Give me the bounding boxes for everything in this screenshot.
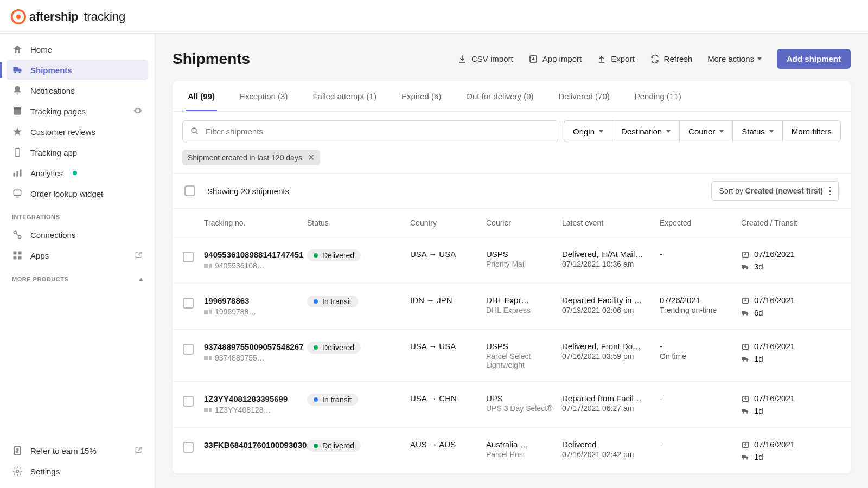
filter-chip-created-120d: Shipment created in last 120 days ✕ [182,150,320,165]
svg-point-2 [14,72,16,73]
created-icon [741,440,750,449]
row-checkbox[interactable] [183,442,194,453]
preview-icon[interactable] [133,106,143,117]
latest-event: Departed Facility in … [562,296,660,305]
transit-duration: 3d [741,262,828,271]
expected-note: Trending on-time [660,306,741,314]
row-checkbox[interactable] [183,298,194,309]
sidebar-item-label: Tracking app [30,148,77,157]
tab-all[interactable]: All (99) [186,81,217,111]
filter-courier[interactable]: Courier [679,120,732,142]
csv-import-button[interactable]: CSV import [457,54,513,64]
created-icon [741,250,750,259]
col-created: Created / Transit [741,219,828,227]
external-link-icon [134,251,143,261]
add-shipment-button[interactable]: Add shipment [777,49,851,69]
export-button[interactable]: Export [597,54,634,64]
chevron-down-icon [769,130,774,133]
app-header: aftership tracking [0,0,868,34]
table-row[interactable]: 33FKB68401760100093030 Delivered AUS → A… [173,428,851,474]
chevron-down-icon [599,130,603,133]
shipments-card: All (99) Exception (3) Failed attempt (1… [173,81,851,474]
tracking-sub: 1Z3YY408128… [204,406,307,414]
tab-out-for-delivery[interactable]: Out for delivery (0) [464,81,535,111]
filter-destination[interactable]: Destination [612,120,679,142]
sidebar-item-analytics[interactable]: Analytics [7,163,148,183]
expected-date: - [660,342,741,351]
sidebar-item-connections[interactable]: Connections [7,224,148,245]
row-checkbox[interactable] [183,396,194,407]
sidebar-item-customer-reviews[interactable]: Customer reviews [7,121,148,142]
sidebar-item-apps[interactable]: Apps [7,245,148,266]
col-courier: Courier [486,219,562,227]
sidebar-item-notifications[interactable]: Notifications [7,80,148,101]
tab-pending[interactable]: Pending (11) [633,81,684,111]
main-content: Shipments CSV import App import Export R… [155,34,868,488]
courier-name: DHL Expr… [486,296,562,305]
tab-failed[interactable]: Failed attempt (1) [310,81,379,111]
expected-date: - [660,440,741,449]
event-time: 07/17/2021 06:27 am [562,404,660,413]
page-title: Shipments [173,50,250,68]
sidebar-item-settings[interactable]: Settings [7,461,148,481]
table-row[interactable]: 1996978863 19969788… In transit IDN → JP… [173,284,851,330]
expected-note: On time [660,352,741,361]
sort-button[interactable]: Sort by Created (newest first) [711,181,839,201]
svg-point-3 [19,72,21,73]
filter-shipments-input[interactable] [182,120,558,142]
created-date: 07/16/2021 [741,249,828,259]
sidebar-item-tracking-app[interactable]: Tracking app [7,142,148,163]
mobile-icon [12,147,23,158]
filter-status[interactable]: Status [732,120,782,142]
section-more-products[interactable]: MORE PRODUCTS ▴ [0,266,155,287]
created-date: 07/16/2021 [741,440,828,449]
row-checkbox[interactable] [183,252,194,262]
app-import-button[interactable]: App import [528,54,582,64]
event-time: 07/19/2021 02:06 pm [562,306,660,314]
truck-small-icon [741,355,750,363]
brand-product: tracking [84,10,125,24]
courier-service: UPS 3 Day Select® [486,404,562,413]
transit-duration: 1d [741,406,828,415]
page-icon [12,106,23,117]
col-status: Status [307,219,410,227]
table-header: Tracking no. Status Country Courier Late… [173,209,851,237]
col-expected: Expected [660,219,741,227]
caret-up-icon: ▴ [139,275,143,282]
truck-small-icon [741,407,750,415]
sidebar-item-label: Settings [30,467,60,476]
table-row[interactable]: 9374889755009057548267 9374889755… Deliv… [173,330,851,382]
tab-delivered[interactable]: Delivered (70) [557,81,612,111]
sidebar-item-label: Apps [30,251,49,260]
cell-country: USA → CHN [410,394,486,403]
transit-duration: 6d [741,308,828,317]
courier-name: USPS [486,342,562,351]
sidebar-item-shipments[interactable]: Shipments [7,60,148,80]
table-row[interactable]: 9405536108988141747451 9405536108… Deliv… [173,237,851,284]
filter-origin[interactable]: Origin [564,120,612,142]
chip-remove-icon[interactable]: ✕ [308,152,315,163]
courier-service: Parcel Post [486,450,562,459]
status-badge: In transit [307,394,358,406]
truck-small-icon [741,453,750,461]
sidebar-item-label: Tracking pages [30,107,86,116]
sidebar-item-tracking-pages[interactable]: Tracking pages [7,101,148,121]
tab-exception[interactable]: Exception (3) [238,81,290,111]
refresh-button[interactable]: Refresh [650,54,693,64]
sidebar-item-label: Notifications [30,86,75,95]
sidebar-item-label: Analytics [30,169,63,178]
sidebar-item-order-lookup[interactable]: Order lookup widget [7,183,148,204]
filter-more[interactable]: More filters [782,120,841,142]
courier-name: Australia … [486,440,562,449]
brand-logo[interactable]: aftership tracking [11,9,125,24]
table-row[interactable]: 1Z3YY4081283395699 1Z3YY408128… In trans… [173,382,851,428]
row-checkbox[interactable] [183,344,194,355]
sidebar-item-refer[interactable]: Refer to earn 15% [7,440,148,461]
svg-point-35 [746,458,748,460]
svg-point-29 [746,360,748,362]
svg-rect-9 [20,169,21,176]
tab-expired[interactable]: Expired (6) [399,81,443,111]
more-actions-button[interactable]: More actions [707,54,762,63]
select-all-checkbox[interactable] [184,185,195,196]
sidebar-item-home[interactable]: Home [7,39,148,60]
